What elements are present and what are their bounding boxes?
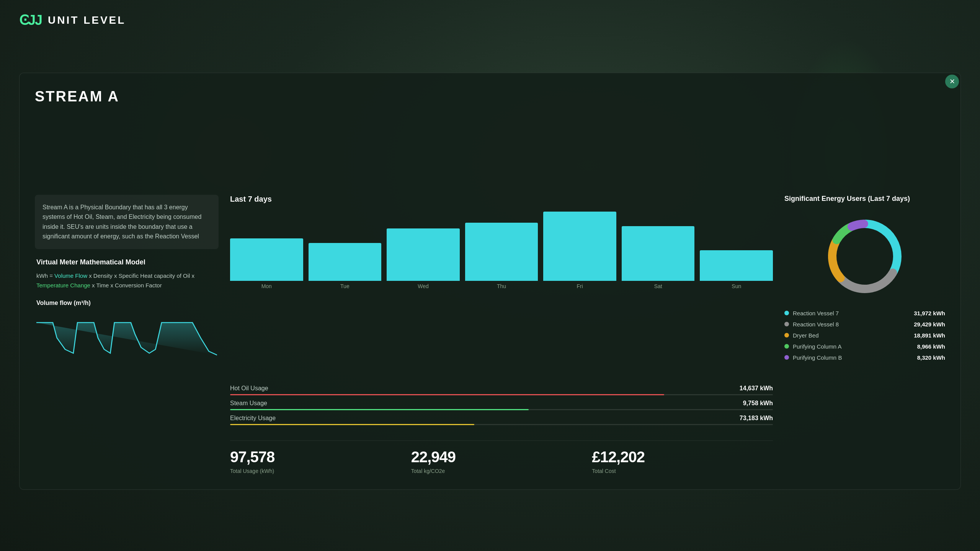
bar [543,212,616,281]
usage-label: Electricity Usage [230,415,276,422]
close-icon: ✕ [949,77,955,86]
total-item: 97,578 Total Usage (kWh) [230,448,411,474]
line-chart [36,311,217,357]
bar-day-label: Sat [654,283,662,289]
middle-column: Last 7 days MonTueWedThuFriSatSun Hot Oi… [230,195,773,474]
total-sub-label: Total Cost [592,468,773,474]
main-panel: STREAM A Stream A is a Physical Boundary… [19,73,961,490]
donut-segment [837,227,850,240]
usage-row-header: Steam Usage 9,758 kWh [230,400,773,407]
donut-segment [842,272,893,289]
seu-legend-value: 29,429 kWh [914,321,945,328]
seu-dot [784,333,789,337]
totals-row: 97,578 Total Usage (kWh) 22,949 Total kg… [230,440,773,474]
seu-legend-left: Reaction Vessel 7 [784,310,839,316]
bar [230,238,303,280]
seu-dot [784,355,789,360]
seu-legend-item: Reaction Vessel 7 31,972 kWh [784,310,945,316]
bar-group: Thu [465,223,538,289]
bar-day-label: Thu [497,283,506,289]
donut-segment [832,241,841,278]
total-sub-label: Total kg/CO2e [411,468,592,474]
bar-day-label: Sun [732,283,741,289]
seu-legend-left: Dryer Bed [784,332,819,339]
usage-bar-fill [230,409,529,410]
bar-day-label: Tue [340,283,350,289]
donut-segment [852,224,864,227]
formula-volume-flow: Volume Flow [54,272,87,279]
usage-value: 14,637 kWh [740,385,773,392]
seu-legend-label: Reaction Vessel 8 [793,321,839,328]
seu-legend: Reaction Vessel 7 31,972 kWh Reaction Ve… [784,310,945,361]
description-box: Stream A is a Physical Boundary that has… [35,195,219,249]
total-sub-label: Total Usage (kWh) [230,468,411,474]
virtual-meter-section: Virtual Meter Mathematical Model kWh = V… [35,258,219,290]
seu-legend-item: Dryer Bed 18,891 kWh [784,332,945,339]
donut-chart [823,214,907,298]
usage-value: 73,183 kWh [740,415,773,422]
virtual-meter-heading: Virtual Meter Mathematical Model [36,258,217,266]
description-text: Stream A is a Physical Boundary that has… [42,202,211,241]
bars-container: MonTueWedThuFriSatSun [230,213,773,289]
seu-legend-item: Purifying Column B 8,320 kWh [784,354,945,361]
seu-dot [784,311,789,315]
donut-chart-area [784,210,945,302]
formula-temp-change: Temperature Change [36,282,90,289]
formula-text: kWh = Volume Flow x Density x Specific H… [36,271,217,290]
usage-bar-track [230,409,773,410]
usage-row-header: Hot Oil Usage 14,637 kWh [230,385,773,392]
seu-legend-item: Reaction Vessel 8 29,429 kWh [784,321,945,328]
bar-group: Wed [387,228,460,289]
bar-group: Tue [309,243,382,289]
bar-group: Mon [230,238,303,289]
bar-day-label: Fri [577,283,583,289]
header-title: UNIT LEVEL [48,14,126,26]
panel-title: STREAM A [35,88,945,105]
bar-group: Sun [700,250,773,289]
seu-legend-label: Reaction Vessel 7 [793,310,839,316]
seu-legend-value: 31,972 kWh [914,310,945,316]
usage-bar-fill [230,394,664,395]
donut-segment [866,224,897,271]
total-value: £12,202 [592,448,773,466]
bar [700,250,773,281]
seu-legend-value: 8,966 kWh [917,343,945,350]
bar [622,226,695,281]
seu-dot [784,322,789,326]
usage-rows: Hot Oil Usage 14,637 kWh Steam Usage 9,7… [230,385,773,425]
seu-legend-left: Purifying Column A [784,343,842,350]
close-button[interactable]: ✕ [945,75,959,88]
usage-row-header: Electricity Usage 73,183 kWh [230,415,773,422]
seu-legend-left: Purifying Column B [784,354,842,361]
total-item: 22,949 Total kg/CO2e [411,448,592,474]
total-value: 97,578 [230,448,411,466]
seu-legend-label: Purifying Column B [793,354,842,361]
usage-label: Hot Oil Usage [230,385,268,392]
seu-legend-value: 8,320 kWh [917,354,945,361]
seu-legend-left: Reaction Vessel 8 [784,321,839,328]
total-value: 22,949 [411,448,592,466]
bar-day-label: Wed [418,283,429,289]
bar-day-label: Mon [261,283,272,289]
seu-legend-item: Purifying Column A 8,966 kWh [784,343,945,350]
usage-row: Electricity Usage 73,183 kWh [230,415,773,425]
bar-group: Fri [543,212,616,289]
right-column: Significant Energy Users (Last 7 days) R… [784,195,945,474]
usage-label: Steam Usage [230,400,267,407]
logo-icon: ϾJJ [19,12,42,28]
usage-bar-track [230,394,773,395]
bar-chart-area: MonTueWedThuFriSatSun [230,213,773,372]
usage-row: Hot Oil Usage 14,637 kWh [230,385,773,395]
usage-value: 9,758 kWh [743,400,773,407]
seu-title: Significant Energy Users (Last 7 days) [784,195,945,203]
usage-bar-track [230,424,773,425]
seu-dot [784,344,789,349]
volume-flow-label: Volume flow (m³/h) [36,300,217,306]
header: ϾJJ UNIT LEVEL [19,12,126,28]
total-item: £12,202 Total Cost [592,448,773,474]
last7days-title: Last 7 days [230,195,773,204]
bar [309,243,382,281]
left-column: Stream A is a Physical Boundary that has… [35,195,219,474]
seu-legend-label: Dryer Bed [793,332,819,339]
seu-legend-value: 18,891 kWh [914,332,945,339]
